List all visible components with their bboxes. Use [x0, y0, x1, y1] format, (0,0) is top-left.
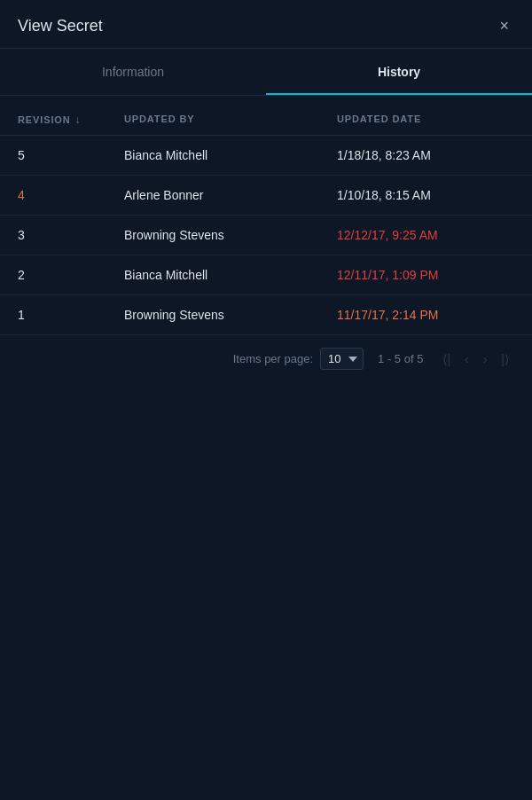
- tab-information[interactable]: Information: [0, 49, 266, 95]
- cell-user: Arlene Bonner: [124, 188, 337, 202]
- tab-history[interactable]: History: [266, 49, 532, 95]
- table-header: REVISION ↓ UPDATED BY UPDATED DATE: [0, 105, 532, 136]
- cell-date: 12/11/17, 1:09 PM: [337, 268, 514, 282]
- cell-date: 1/18/18, 8:23 AM: [337, 148, 514, 162]
- sort-icon: ↓: [75, 114, 82, 126]
- cell-revision: 3: [18, 228, 124, 242]
- prev-page-button[interactable]: ‹: [459, 349, 474, 369]
- items-per-page-select[interactable]: 10 25 50: [320, 348, 364, 370]
- table-row: 5 Bianca Mitchell 1/18/18, 8:23 AM: [0, 136, 532, 176]
- cell-revision: 2: [18, 268, 124, 282]
- cell-revision: 4: [18, 188, 124, 202]
- first-page-button[interactable]: ⟨|: [437, 349, 456, 369]
- cell-date: 12/12/17, 9:25 AM: [337, 228, 514, 242]
- col-updated-by: UPDATED BY: [124, 114, 337, 126]
- cell-user: Bianca Mitchell: [124, 148, 337, 162]
- cell-revision: 1: [18, 308, 124, 322]
- page-info: 1 - 5 of 5: [378, 352, 423, 365]
- modal-title: View Secret: [18, 17, 103, 35]
- tab-bar: Information History: [0, 49, 532, 96]
- col-updated-date: UPDATED DATE: [337, 114, 514, 126]
- cell-revision: 5: [18, 148, 124, 162]
- items-per-page-control: Items per page: 10 25 50: [233, 348, 364, 370]
- tab-content: REVISION ↓ UPDATED BY UPDATED DATE 5 Bia…: [0, 96, 532, 800]
- cell-date: 1/10/18, 8:15 AM: [337, 188, 514, 202]
- cell-date: 11/17/17, 2:14 PM: [337, 308, 514, 322]
- close-button[interactable]: ×: [494, 16, 514, 35]
- pagination: Items per page: 10 25 50 1 - 5 of 5 ⟨| ‹…: [0, 335, 532, 382]
- col-revision: REVISION ↓: [18, 114, 124, 126]
- table-row: 3 Browning Stevens 12/12/17, 9:25 AM: [0, 216, 532, 255]
- items-per-page-label: Items per page:: [233, 352, 313, 365]
- table-row: 4 Arlene Bonner 1/10/18, 8:15 AM: [0, 176, 532, 216]
- modal: View Secret × Information History REVISI…: [0, 0, 532, 800]
- cell-user: Bianca Mitchell: [124, 268, 337, 282]
- cell-user: Browning Stevens: [124, 228, 337, 242]
- modal-header: View Secret ×: [0, 0, 532, 49]
- table-row: 2 Bianca Mitchell 12/11/17, 1:09 PM: [0, 255, 532, 295]
- page-navigation: ⟨| ‹ › |⟩: [437, 349, 514, 369]
- cell-user: Browning Stevens: [124, 308, 337, 322]
- table-row: 1 Browning Stevens 11/17/17, 2:14 PM: [0, 295, 532, 335]
- history-table: REVISION ↓ UPDATED BY UPDATED DATE 5 Bia…: [0, 96, 532, 382]
- last-page-button[interactable]: |⟩: [496, 349, 514, 369]
- next-page-button[interactable]: ›: [478, 349, 493, 369]
